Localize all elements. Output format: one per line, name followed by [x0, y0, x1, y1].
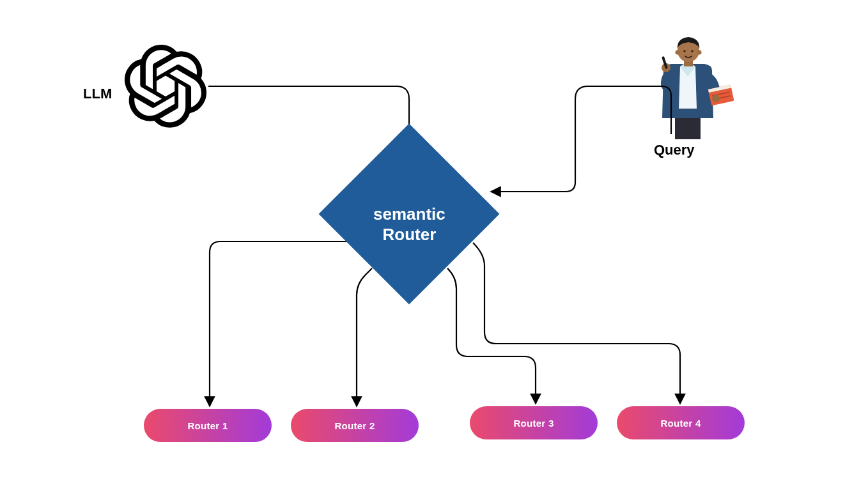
router-2-label: Router 2: [334, 420, 375, 431]
svg-point-11: [697, 50, 702, 55]
router-1-label: Router 1: [187, 420, 228, 431]
router-1-node: Router 1: [144, 409, 272, 442]
router-3-label: Router 3: [513, 418, 554, 429]
svg-point-12: [683, 50, 685, 52]
svg-point-7: [712, 95, 720, 102]
llm-label: LLM: [83, 86, 112, 102]
router-4-node: Router 4: [617, 406, 745, 439]
router-2-node: Router 2: [291, 409, 419, 442]
svg-point-10: [676, 50, 680, 55]
semantic-router-label: semanticRouter: [373, 183, 446, 245]
svg-point-13: [691, 50, 693, 52]
query-label: Query: [654, 142, 695, 158]
person-with-book-icon: [638, 32, 740, 141]
openai-knot-icon: [125, 45, 208, 128]
semantic-router-node: semanticRouter: [319, 124, 500, 305]
diagram-canvas: LLM: [0, 0, 868, 488]
router-3-node: Router 3: [470, 406, 598, 439]
router-4-label: Router 4: [660, 418, 701, 429]
